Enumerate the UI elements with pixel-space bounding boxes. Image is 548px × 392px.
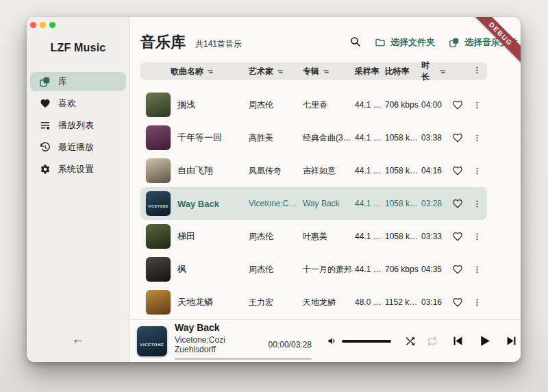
search-button[interactable] <box>349 36 361 50</box>
choose-music-button[interactable]: 选择音乐文件 <box>449 36 518 49</box>
heart-outline-icon <box>452 132 463 143</box>
favorite-button[interactable] <box>447 99 468 110</box>
favorite-button[interactable] <box>447 132 468 143</box>
sidebar-item-favorites[interactable]: 喜欢 <box>30 94 126 113</box>
column-header-duration[interactable]: 时长 <box>421 60 447 83</box>
song-bitrate: 1152 kbps <box>385 297 421 307</box>
playback-time: 00:00/03:28 <box>269 340 312 350</box>
sidebar-item-settings[interactable]: 系统设置 <box>30 160 126 179</box>
table-row[interactable]: 搁浅 周杰伦 七里香 44.1 kHz 706 kbps 04:00 <box>140 88 487 121</box>
column-header-name[interactable]: 歌曲名称 <box>140 66 249 77</box>
close-window-button[interactable] <box>30 22 36 28</box>
column-header-album[interactable]: 专辑 <box>303 66 355 77</box>
song-duration: 03:16 <box>421 297 447 307</box>
song-bitrate: 1058 kbps <box>385 133 421 143</box>
song-duration: 04:00 <box>421 100 447 110</box>
next-icon <box>505 334 518 347</box>
song-duration: 04:16 <box>421 166 447 175</box>
album-art <box>146 158 171 183</box>
library-icon <box>449 37 460 48</box>
choose-folder-button[interactable]: 选择文件夹 <box>375 36 435 49</box>
search-icon <box>349 36 361 50</box>
row-menu-button[interactable] <box>468 134 486 143</box>
favorite-button[interactable] <box>447 297 468 308</box>
folder-icon <box>375 37 386 48</box>
column-header-sample-rate: 采样率 <box>355 66 385 77</box>
history-icon <box>39 142 51 154</box>
collapse-sidebar-button[interactable]: ← <box>27 332 129 347</box>
row-menu-button[interactable] <box>468 199 486 208</box>
volume-icon[interactable] <box>327 336 337 346</box>
song-bitrate: 1058 kbps <box>385 199 421 208</box>
art-label: VICETONE <box>148 204 168 208</box>
previous-icon <box>451 334 464 347</box>
song-list: 搁浅 周杰伦 七里香 44.1 kHz 706 kbps 04:00 千年等一回… <box>140 88 517 319</box>
next-track-button[interactable] <box>505 334 518 347</box>
favorite-button[interactable] <box>447 198 468 209</box>
song-album: 吉祥如意 <box>303 165 355 177</box>
favorite-button[interactable] <box>447 165 468 176</box>
table-row[interactable]: 枫 周杰伦 十一月的萧邦 44.1 kHz 706 kbps 04:35 <box>140 253 487 286</box>
row-menu-button[interactable] <box>468 298 486 307</box>
minimize-window-button[interactable] <box>40 22 46 28</box>
row-menu-button[interactable] <box>468 167 486 175</box>
song-album: Way Back <box>303 199 355 208</box>
repeat-button[interactable] <box>427 336 438 347</box>
album-art <box>146 93 171 117</box>
table-row[interactable]: 自由飞翔 凤凰传奇 吉祥如意 44.1 kHz 1058 kbps 04:16 <box>140 154 487 187</box>
song-title: 千年等一回 <box>177 132 222 144</box>
song-album: 天地龙鳞 <box>303 297 355 308</box>
song-sample-rate: 44.1 kHz <box>355 199 385 208</box>
more-vertical-icon <box>473 101 482 110</box>
heart-outline-icon <box>452 165 463 176</box>
table-row[interactable]: 天地龙鳞 王力宏 天地龙鳞 48.0 kHz 1152 kbps 03:16 <box>140 286 487 319</box>
table-row[interactable]: 梯田 周杰伦 叶惠美 44.1 kHz 1058 kbps 03:33 <box>140 220 487 253</box>
song-title: 自由飞翔 <box>177 164 213 177</box>
song-artist: 周杰伦 <box>249 231 303 243</box>
app-window: LZF Music 库 喜欢 播放列表 最近播放 系统设置 ← 音乐库 共141… <box>27 17 521 362</box>
favorite-button[interactable] <box>447 264 468 275</box>
sidebar-nav: 库 喜欢 播放列表 最近播放 系统设置 <box>27 72 129 179</box>
sidebar-item-label: 喜欢 <box>58 97 76 110</box>
sidebar-item-library[interactable]: 库 <box>30 72 126 91</box>
main-header: 音乐库 共141首音乐 选择文件夹 <box>130 17 521 53</box>
song-artist: 周杰伦 <box>249 99 303 111</box>
play-button[interactable] <box>477 334 492 348</box>
library-icon <box>39 76 51 88</box>
song-count: 共141首音乐 <box>195 38 242 50</box>
previous-track-button[interactable] <box>451 334 464 347</box>
now-playing-title: Way Back <box>175 322 312 333</box>
song-bitrate: 706 kbps <box>385 100 421 110</box>
play-icon <box>477 334 492 348</box>
more-vertical-icon <box>473 199 482 208</box>
favorite-button[interactable] <box>447 231 468 242</box>
row-menu-button[interactable] <box>468 101 486 110</box>
song-title: 梯田 <box>177 230 195 243</box>
song-sample-rate: 44.1 kHz <box>355 166 385 175</box>
sidebar-item-label: 最近播放 <box>58 141 94 154</box>
column-label: 歌曲名称 <box>171 66 203 77</box>
now-playing-artist: Vicetone;Cozi Zuehlsdorff <box>175 335 259 354</box>
song-title: Way Back <box>177 199 219 209</box>
column-header-artist[interactable]: 艺术家 <box>249 66 303 77</box>
volume-slider[interactable] <box>342 340 391 343</box>
song-bitrate: 706 kbps <box>385 265 421 274</box>
row-menu-button[interactable] <box>468 265 486 274</box>
album-art <box>146 224 171 249</box>
album-art <box>146 257 171 282</box>
row-menu-button[interactable] <box>468 232 486 241</box>
table-row[interactable]: 千年等一回 高胜美 经典金曲(3)如果... 44.1 kHz 1058 kbp… <box>140 121 487 154</box>
shuffle-button[interactable] <box>405 336 416 347</box>
progress-bar[interactable] <box>175 358 312 360</box>
song-artist: 王力宏 <box>249 297 303 308</box>
more-vertical-icon <box>473 134 482 143</box>
table-menu-button[interactable] <box>468 66 486 77</box>
sidebar-item-recent[interactable]: 最近播放 <box>30 138 126 157</box>
heart-outline-icon <box>452 297 463 308</box>
column-label: 艺术家 <box>249 66 273 77</box>
sidebar-item-playlists[interactable]: 播放列表 <box>30 116 126 135</box>
more-vertical-icon <box>473 167 482 175</box>
table-row[interactable]: VICETONE Way Back Vicetone;Cozi Zuehlsdo… <box>140 187 487 220</box>
column-label: 采样率 <box>355 66 379 77</box>
zoom-window-button[interactable] <box>49 22 55 28</box>
